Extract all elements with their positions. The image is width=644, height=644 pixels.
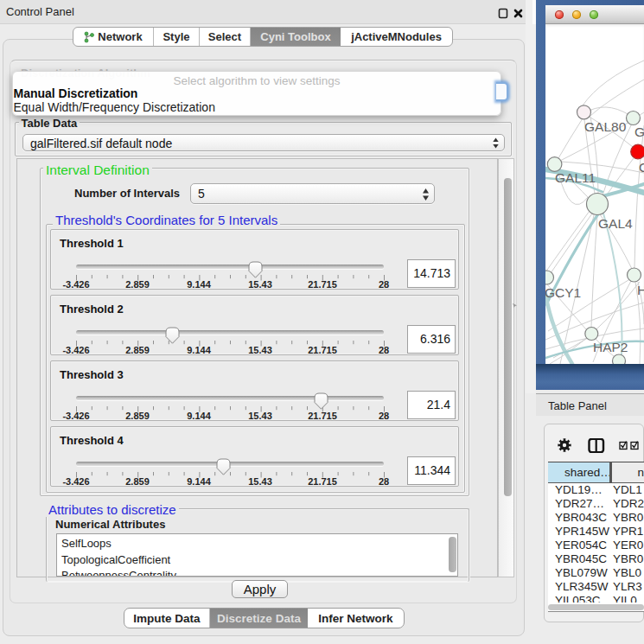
svg-text:C: C — [639, 160, 644, 175]
svg-text:GA: GA — [634, 124, 644, 139]
svg-text:GAL80: GAL80 — [584, 119, 627, 134]
svg-text:GAL4: GAL4 — [598, 216, 633, 231]
svg-text:HAP2: HAP2 — [593, 340, 628, 354]
svg-text:GCY1: GCY1 — [545, 285, 581, 300]
svg-text:GAL11: GAL11 — [555, 170, 596, 185]
svg-text:H: H — [637, 283, 644, 297]
